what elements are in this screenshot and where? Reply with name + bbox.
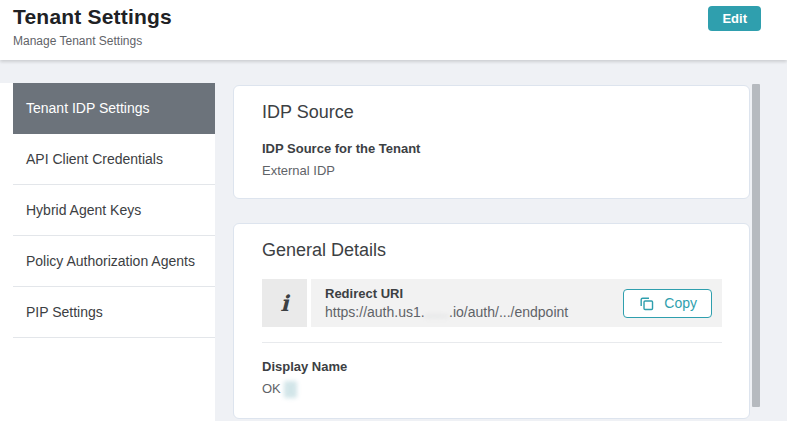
redirect-uri-info-row: i Redirect URI https://auth.us1.......io… (262, 279, 722, 327)
edit-button[interactable]: Edit (708, 6, 761, 31)
content-area: Tenant IDP Settings API Client Credentia… (0, 60, 787, 421)
sidebar-item-hybrid-agent-keys[interactable]: Hybrid Agent Keys (13, 185, 215, 236)
url-redacted-segment: ..... (425, 304, 449, 320)
redirect-uri-label: Redirect URI (325, 286, 568, 301)
display-name-value: OK (262, 381, 722, 398)
general-details-card: General Details i Redirect URI https://a… (233, 223, 750, 419)
idp-source-field-value: External IDP (262, 163, 722, 178)
main-panel: IDP Source IDP Source for the Tenant Ext… (233, 85, 750, 421)
sidebar-item-api-client-credentials[interactable]: API Client Credentials (13, 134, 215, 185)
sidebar-item-tenant-idp-settings[interactable]: Tenant IDP Settings (13, 83, 215, 134)
sidebar: Tenant IDP Settings API Client Credentia… (0, 83, 215, 421)
copy-button-label: Copy (664, 295, 697, 311)
copy-button[interactable]: Copy (623, 289, 712, 318)
display-name-label: Display Name (262, 359, 722, 374)
info-icon-box: i (262, 279, 307, 327)
page-subtitle: Manage Tenant Settings (13, 34, 172, 48)
page-title: Tenant Settings (13, 5, 172, 29)
sidebar-item-policy-authorization-agents[interactable]: Policy Authorization Agents (13, 236, 215, 287)
divider (262, 342, 722, 343)
redacted-blob (284, 381, 297, 398)
general-details-card-title: General Details (262, 240, 722, 261)
redirect-uri-value: https://auth.us1.......io/auth/.../endpo… (325, 304, 568, 320)
idp-source-card: IDP Source IDP Source for the Tenant Ext… (233, 85, 750, 199)
redirect-uri-text: Redirect URI https://auth.us1.......io/a… (325, 286, 568, 320)
page-header: Tenant Settings Manage Tenant Settings E… (0, 0, 787, 60)
url-prefix: https://auth.us1. (325, 304, 425, 320)
idp-source-field-label: IDP Source for the Tenant (262, 141, 722, 156)
vertical-scrollbar-thumb[interactable] (752, 84, 760, 407)
idp-source-card-title: IDP Source (262, 102, 722, 123)
header-text: Tenant Settings Manage Tenant Settings (13, 5, 172, 48)
url-suffix: .io/auth/.../endpoint (449, 304, 568, 320)
redirect-uri-content: Redirect URI https://auth.us1.......io/a… (311, 279, 722, 327)
copy-icon (638, 295, 655, 312)
info-icon: i (280, 292, 288, 314)
sidebar-item-pip-settings[interactable]: PIP Settings (13, 287, 215, 338)
display-name-text: OK (262, 381, 281, 396)
